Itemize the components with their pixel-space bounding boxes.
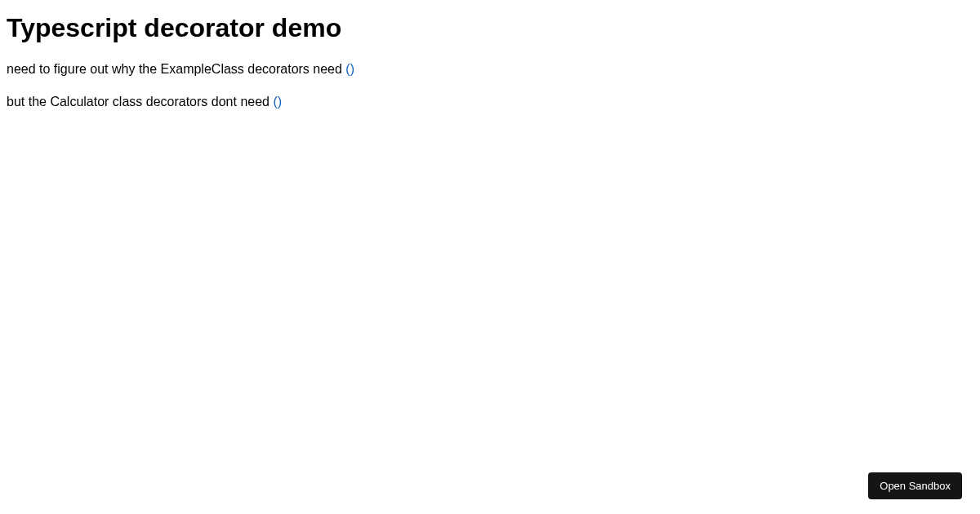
paragraph-example-class: need to figure out why the ExampleClass … [7,60,973,79]
paragraph-calculator-class: but the Calculator class decorators dont… [7,92,973,112]
open-sandbox-button[interactable]: Open Sandbox [868,472,962,499]
parentheses-literal: () [273,95,282,109]
parentheses-literal: () [345,62,354,76]
paragraph-text: need to figure out why the ExampleClass … [7,62,345,76]
page-title: Typescript decorator demo [7,13,973,43]
paragraph-text: but the Calculator class decorators dont… [7,95,273,109]
